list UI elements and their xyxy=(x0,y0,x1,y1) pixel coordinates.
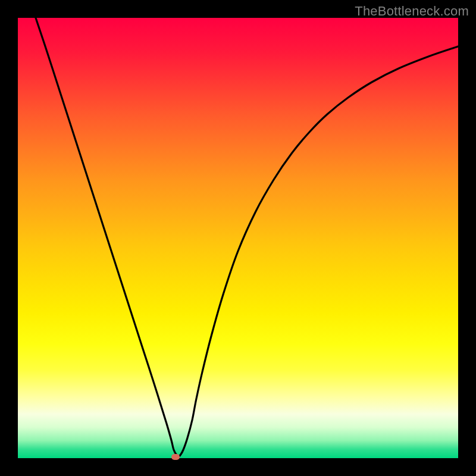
watermark-text: TheBottleneck.com xyxy=(355,4,469,19)
plot-area xyxy=(18,18,458,458)
optimum-marker xyxy=(171,454,180,460)
chart-frame: TheBottleneck.com xyxy=(0,0,476,476)
curve-svg xyxy=(18,18,458,458)
bottleneck-curve xyxy=(36,18,458,456)
